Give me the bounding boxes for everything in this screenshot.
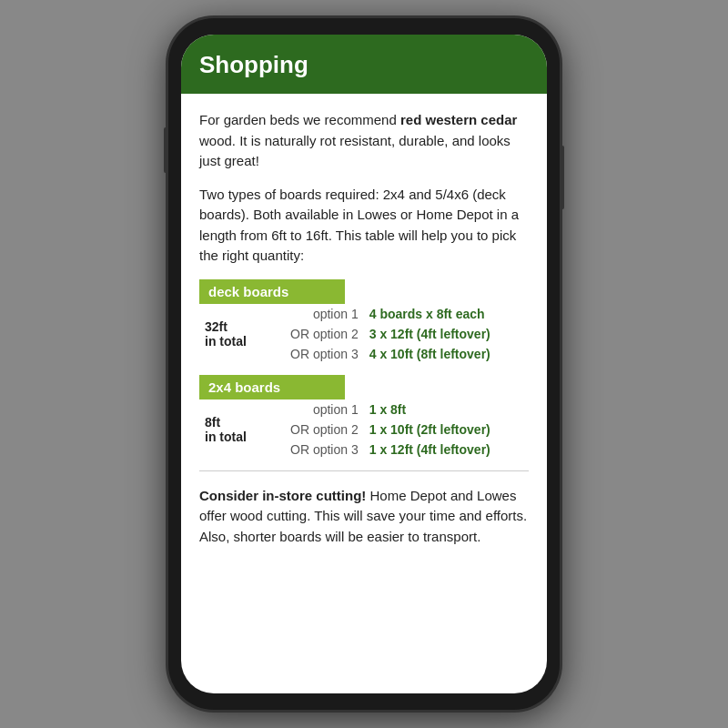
intro-paragraph-2: Two types of boards required: 2x4 and 5/… <box>199 185 529 267</box>
deck-option1-label: option 1 <box>265 304 363 324</box>
intro1-text: For garden beds we recommend <box>199 112 400 127</box>
boards-option1-label: option 1 <box>265 399 363 420</box>
boards-section: 2x4 boards 8ftin total option 1 1 x 8ft <box>199 375 529 460</box>
deck-boards-header: deck boards <box>199 279 345 304</box>
deck-boards-table: 32ftin total option 1 4 boards x 8ft eac… <box>199 304 529 364</box>
phone-frame: Shopping For garden beds we recommend re… <box>168 18 560 710</box>
intro1-bold: red western cedar <box>400 112 517 127</box>
section-divider <box>199 470 529 471</box>
deck-boards-section: deck boards 32ftin total option 1 4 boar… <box>199 279 529 364</box>
consider-bold: Consider in-store cutting! <box>199 488 366 503</box>
page-title: Shopping <box>199 51 529 79</box>
deck-option3-value: 4 x 10ft (8ft leftover) <box>364 344 529 364</box>
boards-option3-label: OR option 3 <box>265 440 363 460</box>
boards-option2-label: OR option 2 <box>265 420 363 440</box>
boards-total-label: 8ftin total <box>199 399 265 460</box>
table-row: 32ftin total option 1 4 boards x 8ft eac… <box>199 304 529 324</box>
header-bar: Shopping <box>181 35 547 94</box>
boards-option2-value: 1 x 10ft (2ft leftover) <box>364 420 529 440</box>
boards-option3-value: 1 x 12ft (4ft leftover) <box>364 440 529 460</box>
deck-total-label: 32ftin total <box>199 304 265 364</box>
consider-paragraph: Consider in-store cutting! Home Depot an… <box>199 486 529 548</box>
deck-option2-value: 3 x 12ft (4ft leftover) <box>364 324 529 344</box>
deck-option2-label: OR option 2 <box>265 324 363 344</box>
phone-screen: Shopping For garden beds we recommend re… <box>181 35 547 693</box>
deck-option3-label: OR option 3 <box>265 344 363 364</box>
body-content: For garden beds we recommend red western… <box>181 94 547 563</box>
intro1-rest: wood. It is naturally rot resistant, dur… <box>199 133 511 169</box>
deck-option1-value: 4 boards x 8ft each <box>364 304 529 324</box>
table-row: 8ftin total option 1 1 x 8ft <box>199 399 529 420</box>
screen-content[interactable]: Shopping For garden beds we recommend re… <box>181 35 547 693</box>
boards-table: 8ftin total option 1 1 x 8ft OR option 2… <box>199 399 529 460</box>
boards-option1-value: 1 x 8ft <box>364 399 529 420</box>
boards-header: 2x4 boards <box>199 375 345 399</box>
intro-paragraph-1: For garden beds we recommend red western… <box>199 110 529 172</box>
